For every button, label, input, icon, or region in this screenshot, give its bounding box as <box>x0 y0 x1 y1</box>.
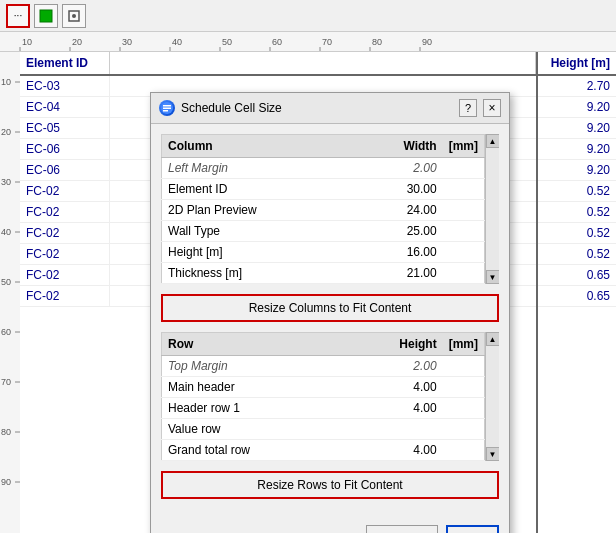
svg-rect-22 <box>0 52 20 533</box>
cell-element-id: FC-02 <box>20 265 110 285</box>
row-cell-value: 4.00 <box>346 398 442 419</box>
svg-rect-42 <box>163 105 171 107</box>
col-th-mm: [mm] <box>443 135 485 158</box>
svg-text:10: 10 <box>22 37 32 47</box>
columns-table: Column Width [mm] Left Margin 2.00 <box>161 134 485 284</box>
dialog-title: Schedule Cell Size <box>181 101 453 115</box>
cell-element-id: EC-03 <box>20 76 110 96</box>
row-cell-name: Header row 1 <box>162 398 347 419</box>
svg-text:60: 60 <box>1 327 11 337</box>
row-cell-name: Grand total row <box>162 440 347 461</box>
svg-text:10: 10 <box>1 77 11 87</box>
dialog-body: Column Width [mm] Left Margin 2.00 <box>151 124 509 519</box>
cell-element-id: EC-06 <box>20 160 110 180</box>
rows-section: Row Height [mm] Top Margin 2.00 <box>161 332 499 461</box>
right-col-cell: 9.20 <box>538 97 616 118</box>
col-row-element-id: Element ID 30.00 <box>162 179 485 200</box>
row-cell-value: 2.00 <box>346 356 442 377</box>
columns-scrollbar[interactable]: ▲ ▼ <box>485 134 499 284</box>
col-row-height: Height [m] 16.00 <box>162 242 485 263</box>
close-button[interactable]: × <box>483 99 501 117</box>
right-col-cell: 0.52 <box>538 223 616 244</box>
svg-rect-0 <box>40 10 52 22</box>
dialog-titlebar: Schedule Cell Size ? × <box>151 93 509 124</box>
row-cell-value: 4.00 <box>346 377 442 398</box>
row-row-main-header: Main header 4.00 <box>162 377 485 398</box>
right-col-header: Height [m] <box>538 52 616 76</box>
col-cell-name: Height [m] <box>162 242 356 263</box>
col-cell-value: 24.00 <box>356 200 443 221</box>
row-th-row: Row <box>162 333 347 356</box>
element-button[interactable] <box>34 4 58 28</box>
right-col-cell: 9.20 <box>538 160 616 181</box>
columns-table-wrapper: Column Width [mm] Left Margin 2.00 <box>161 134 499 284</box>
right-col-cell: 9.20 <box>538 118 616 139</box>
svg-text:60: 60 <box>272 37 282 47</box>
svg-text:30: 30 <box>1 177 11 187</box>
settings-button[interactable] <box>62 4 86 28</box>
ok-button[interactable]: OK <box>446 525 499 533</box>
row-cell-name: Main header <box>162 377 347 398</box>
schedule-cell-size-dialog: Schedule Cell Size ? × Column Width [mm] <box>150 92 510 533</box>
svg-text:50: 50 <box>222 37 232 47</box>
col-cell-name: Thickness [m] <box>162 263 356 284</box>
col-cell-value: 25.00 <box>356 221 443 242</box>
row-th-mm: [mm] <box>443 333 485 356</box>
svg-rect-44 <box>163 110 168 112</box>
cancel-button[interactable]: Cancel <box>366 525 437 533</box>
row-cell-name: Top Margin <box>162 356 347 377</box>
scroll-up-arrow[interactable]: ▲ <box>486 332 500 346</box>
col-cell-name: Element ID <box>162 179 356 200</box>
rows-table: Row Height [mm] Top Margin 2.00 <box>161 332 485 461</box>
row-row-grand-total: Grand total row 4.00 <box>162 440 485 461</box>
columns-section: Column Width [mm] Left Margin 2.00 <box>161 134 499 284</box>
col-cell-value: 21.00 <box>356 263 443 284</box>
right-col-cell: 0.52 <box>538 181 616 202</box>
rows-table-header-row: Row Height [mm] <box>162 333 485 356</box>
dialog-title-icon <box>159 100 175 116</box>
dots-button[interactable]: ··· <box>6 4 30 28</box>
cell-element-id: EC-06 <box>20 139 110 159</box>
right-col-cell: 0.52 <box>538 244 616 265</box>
row-cell-name: Value row <box>162 419 347 440</box>
rows-scrollbar[interactable]: ▲ ▼ <box>485 332 499 461</box>
svg-rect-3 <box>0 32 616 52</box>
scroll-up-arrow[interactable]: ▲ <box>486 134 500 148</box>
col-header-element-id: Element ID <box>20 52 110 74</box>
svg-text:20: 20 <box>1 127 11 137</box>
col-header-spacer <box>110 52 536 74</box>
cell-element-id: FC-02 <box>20 286 110 306</box>
cell-element-id: FC-02 <box>20 223 110 243</box>
svg-text:50: 50 <box>1 277 11 287</box>
row-cell-value: 4.00 <box>346 440 442 461</box>
scroll-down-arrow[interactable]: ▼ <box>486 270 500 284</box>
horizontal-ruler: 10 20 30 40 50 60 70 80 90 <box>0 32 616 52</box>
row-row-value-row: Value row <box>162 419 485 440</box>
col-cell-name: Wall Type <box>162 221 356 242</box>
help-button[interactable]: ? <box>459 99 477 117</box>
dialog-footer: Cancel OK <box>151 519 509 533</box>
vertical-ruler: 10 20 30 40 50 60 70 80 90 <box>0 52 20 533</box>
col-cell-value: 16.00 <box>356 242 443 263</box>
svg-text:80: 80 <box>372 37 382 47</box>
scroll-down-arrow[interactable]: ▼ <box>486 447 500 461</box>
columns-table-header-row: Column Width [mm] <box>162 135 485 158</box>
col-cell-name: Left Margin <box>162 158 356 179</box>
svg-text:70: 70 <box>1 377 11 387</box>
col-row-2d-plan: 2D Plan Preview 24.00 <box>162 200 485 221</box>
right-col-cell: 2.70 <box>538 76 616 97</box>
col-cell-name: 2D Plan Preview <box>162 200 356 221</box>
table-header: Element ID <box>20 52 536 76</box>
resize-columns-button[interactable]: Resize Columns to Fit Content <box>161 294 499 322</box>
row-th-height: Height <box>346 333 442 356</box>
resize-rows-button[interactable]: Resize Rows to Fit Content <box>161 471 499 499</box>
col-th-column: Column <box>162 135 356 158</box>
cell-element-id: FC-02 <box>20 202 110 222</box>
cell-element-id: EC-04 <box>20 97 110 117</box>
svg-text:90: 90 <box>1 477 11 487</box>
svg-text:90: 90 <box>422 37 432 47</box>
row-cell-value <box>346 419 442 440</box>
right-col-cell: 0.65 <box>538 286 616 307</box>
right-col-cell: 0.65 <box>538 265 616 286</box>
col-cell-value: 2.00 <box>356 158 443 179</box>
